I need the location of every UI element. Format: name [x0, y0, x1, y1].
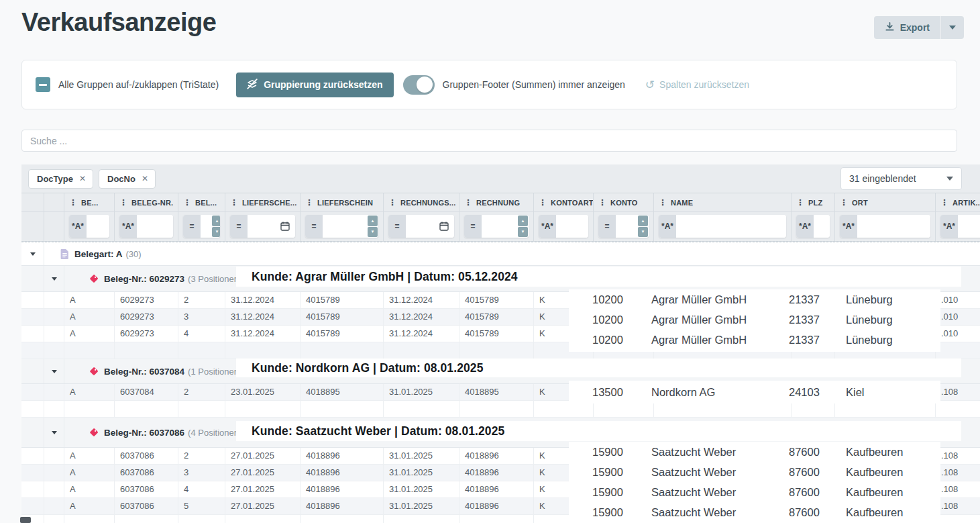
column-header-rechnung[interactable]: ⋮RECHNUNG — [459, 193, 534, 211]
filter-input[interactable] — [857, 215, 930, 238]
filter-operator-button[interactable]: *A* — [940, 215, 958, 238]
kebab-menu-icon[interactable]: ⋮ — [305, 198, 313, 207]
column-header-label: BELEG-NR. — [131, 199, 173, 207]
kebab-menu-icon[interactable]: ⋮ — [840, 198, 848, 207]
column-header-plz[interactable]: ⋮PLZ — [792, 193, 835, 211]
filter-input[interactable] — [958, 215, 980, 238]
spinner-down-icon[interactable]: ▼ — [638, 227, 648, 238]
filter-operator-button[interactable]: *A* — [796, 215, 814, 238]
filter-input[interactable] — [406, 215, 439, 238]
ort-value: Kaufbeuren — [846, 466, 940, 479]
text-filter-plz: *A* — [796, 215, 830, 238]
spinner-down-icon[interactable]: ▼ — [212, 227, 220, 238]
spinner-up-icon[interactable]: ▲ — [518, 216, 528, 226]
horizontal-scrollbar-thumb[interactable] — [20, 517, 31, 523]
reset-columns-button[interactable]: ↺ Spalten zurücksetzen — [645, 79, 749, 91]
cell — [44, 309, 64, 326]
filter-operator-button[interactable]: = — [388, 215, 406, 238]
filter-input[interactable] — [556, 215, 588, 238]
export-split-button[interactable]: Export — [874, 16, 964, 39]
cell — [384, 515, 459, 523]
tristate-checkbox[interactable] — [36, 77, 50, 92]
cell: A — [64, 481, 115, 498]
column-header-be[interactable]: ⋮BE... — [64, 193, 115, 211]
column-header-label: KONTO — [610, 199, 638, 207]
spinner-down-icon[interactable]: ▼ — [368, 227, 378, 238]
collapse-caret-icon[interactable] — [52, 370, 57, 373]
column-header-liefersche[interactable]: ⋮LIEFERSCHE... — [225, 193, 301, 211]
filter-operator-button[interactable]: *A* — [119, 215, 137, 238]
calendar-icon[interactable] — [280, 215, 295, 238]
cell — [115, 342, 178, 359]
kebab-menu-icon[interactable]: ⋮ — [230, 198, 238, 207]
row-indent-cell — [21, 418, 44, 447]
filter-operator-button[interactable]: = — [183, 215, 201, 238]
column-header-kontoart[interactable]: ⋮KONTOART — [534, 193, 594, 211]
cell: 6037086 — [115, 498, 178, 515]
reset-grouping-button[interactable]: Gruppierung zurücksetzen — [236, 73, 393, 97]
group-chip-docno[interactable]: DocNo✕ — [99, 169, 156, 189]
cell: 2 — [178, 384, 225, 401]
filter-operator-button[interactable]: *A* — [539, 215, 556, 238]
group-chip-doctype[interactable]: DocType✕ — [28, 169, 93, 189]
kebab-menu-icon[interactable]: ⋮ — [598, 198, 606, 207]
cell — [44, 498, 64, 515]
column-header-name[interactable]: ⋮NAME — [654, 193, 792, 211]
column-header-artik[interactable]: ⋮ARTIK... — [936, 193, 980, 211]
column-header-konto[interactable]: ⋮KONTO — [594, 193, 654, 211]
filter-operator-button[interactable]: *A* — [840, 215, 857, 238]
filter-input[interactable] — [201, 215, 211, 238]
filter-input[interactable] — [137, 215, 173, 238]
overlay-row: 13500Nordkorn AG24103Kiel — [569, 381, 940, 403]
collapse-caret-icon[interactable] — [30, 252, 36, 256]
export-button[interactable]: Export — [874, 16, 941, 39]
spinner-up-icon[interactable]: ▲ — [368, 216, 378, 226]
filter-input[interactable] — [323, 215, 367, 238]
kebab-menu-icon[interactable]: ⋮ — [659, 198, 667, 207]
spinner-down-icon[interactable]: ▼ — [518, 227, 528, 238]
column-header-bel[interactable]: ⋮BEL... — [178, 193, 225, 211]
kebab-menu-icon[interactable]: ⋮ — [539, 198, 547, 207]
column-header-label: NAME — [671, 199, 693, 207]
group-footer-toggle[interactable] — [403, 75, 435, 95]
close-icon[interactable]: ✕ — [79, 174, 86, 183]
filter-input[interactable] — [814, 215, 830, 238]
column-header-ort[interactable]: ⋮ORT — [835, 193, 936, 211]
filter-operator-button[interactable]: = — [598, 215, 616, 238]
kebab-menu-icon[interactable]: ⋮ — [796, 198, 804, 207]
konto-value: 15900 — [592, 486, 651, 499]
export-dropdown-button[interactable] — [941, 16, 964, 39]
filter-input[interactable] — [248, 215, 280, 238]
collapse-caret-icon[interactable] — [52, 431, 57, 434]
close-icon[interactable]: ✕ — [142, 174, 148, 183]
filter-input[interactable] — [616, 215, 637, 238]
spinner-up-icon[interactable]: ▲ — [212, 216, 220, 226]
kebab-menu-icon[interactable]: ⋮ — [464, 198, 472, 207]
column-header-label: LIEFERSCHE... — [242, 199, 296, 207]
collapse-caret-icon[interactable] — [52, 277, 57, 281]
customer-detail-overlay: 10200Agrar Müller GmbH21337Lüneburg10200… — [569, 289, 940, 352]
filter-operator-button[interactable]: = — [464, 215, 482, 238]
cell: 31.01.2025 — [384, 448, 459, 465]
column-header-beleg-nr[interactable]: ⋮BELEG-NR. — [115, 193, 178, 211]
filter-operator-button[interactable]: *A* — [69, 215, 87, 238]
calendar-icon[interactable] — [439, 215, 454, 238]
visible-columns-dropdown[interactable]: 31 eingeblendet — [840, 167, 962, 190]
column-header-lieferschein[interactable]: ⋮LIEFERSCHEIN — [301, 193, 384, 211]
kebab-menu-icon[interactable]: ⋮ — [388, 198, 396, 207]
kebab-menu-icon[interactable]: ⋮ — [119, 198, 127, 207]
filter-operator-button[interactable]: = — [230, 215, 248, 238]
cell: 4018895 — [459, 384, 534, 401]
spinner-up-icon[interactable]: ▲ — [638, 216, 648, 226]
kebab-menu-icon[interactable]: ⋮ — [69, 198, 77, 207]
filter-input[interactable] — [482, 215, 517, 238]
filter-operator-button[interactable]: *A* — [659, 215, 676, 238]
search-input[interactable] — [21, 130, 957, 152]
column-header-rechnungs[interactable]: ⋮RECHNUNGS... — [384, 193, 459, 211]
group-label: Beleg-Nr.: 6029273 — [104, 274, 184, 284]
filter-input[interactable] — [87, 215, 109, 238]
kebab-menu-icon[interactable]: ⋮ — [183, 198, 191, 207]
filter-input[interactable] — [676, 215, 786, 238]
kebab-menu-icon[interactable]: ⋮ — [940, 198, 948, 207]
filter-operator-button[interactable]: = — [305, 215, 323, 238]
